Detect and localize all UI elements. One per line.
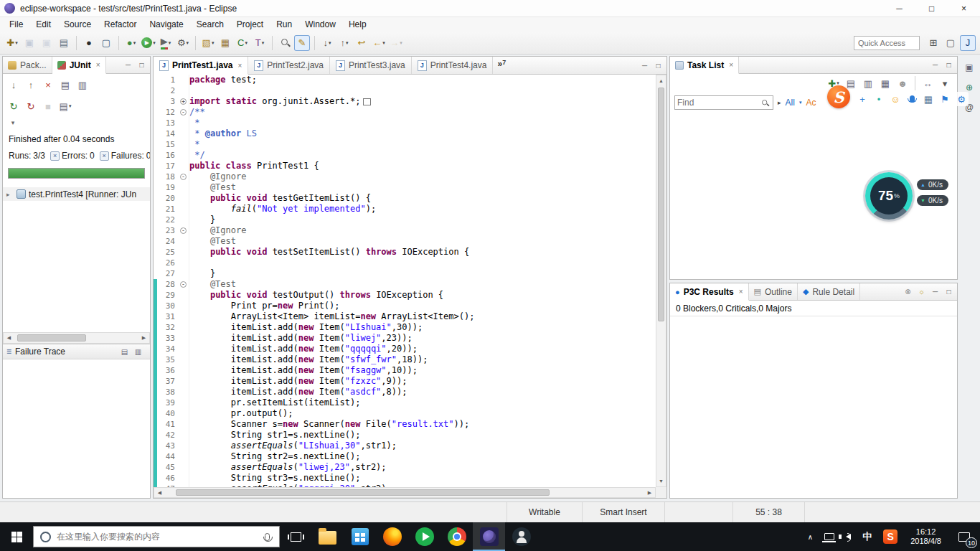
code-text[interactable]: package test; xyxy=(189,75,656,85)
new-wizard-button[interactable]: ✚▾ xyxy=(4,35,20,51)
menu-run[interactable]: Run xyxy=(270,18,298,31)
minimize-view-button[interactable]: ─ xyxy=(122,59,134,71)
mark-occurrences-button[interactable]: ✎ xyxy=(294,35,310,51)
run-button[interactable]: ▶▾ xyxy=(141,35,156,51)
maximize-window-button[interactable]: □ xyxy=(915,0,948,17)
minimize-window-button[interactable]: ─ xyxy=(883,0,915,17)
maximize-view-button[interactable]: □ xyxy=(943,59,955,71)
code-text[interactable]: /** xyxy=(189,107,656,118)
scroll-left-arrow[interactable]: ◀ xyxy=(4,333,14,343)
editor-tab-printtest1-java[interactable]: JPrintTest1.java× xyxy=(154,57,248,75)
test-run-history-button[interactable]: ▤▾ xyxy=(57,98,73,114)
microsoft-store-taskbar-button[interactable] xyxy=(344,522,376,551)
code-text[interactable]: assertEquals("LIshuai,30",str1); xyxy=(189,441,656,451)
code-area[interactable]: 1package test;23+import static org.junit… xyxy=(154,75,656,487)
speed-gauge-widget[interactable]: 75 % ▲ 0K/s ▼ 0K/s xyxy=(865,172,980,222)
menu-help[interactable]: Help xyxy=(342,18,373,31)
scroll-up-arrow[interactable]: ▲ xyxy=(656,75,666,86)
compare-results-button[interactable]: ▥ xyxy=(132,346,144,358)
fold-toggle-icon[interactable]: - xyxy=(180,109,187,116)
back-button[interactable]: ←▾ xyxy=(371,35,387,51)
fold-toggle-icon[interactable]: - xyxy=(180,281,187,288)
code-text[interactable]: itemList.add(new Item("sfwf_fwr",18)); xyxy=(189,354,656,365)
new-junit-test-button[interactable]: T▾ xyxy=(252,35,268,51)
code-text[interactable]: * xyxy=(189,118,656,128)
code-text[interactable] xyxy=(189,258,656,268)
link-with-editor-button[interactable]: ↔ xyxy=(920,75,936,91)
code-text[interactable]: itemList.add(new Item("fsaggw",10)); xyxy=(189,365,656,376)
action-center-button[interactable]: 10 xyxy=(948,522,980,551)
debug-button[interactable]: ●▾ xyxy=(123,35,139,51)
all-filter-chevron-icon[interactable]: ▾ xyxy=(799,100,802,105)
rerun-tests-button[interactable]: ↻ xyxy=(6,98,22,114)
code-text[interactable]: pr.setItemList(itemList); xyxy=(189,397,656,408)
previous-annotation-button[interactable]: ↑▾ xyxy=(336,35,352,51)
new-class-button[interactable]: C▾ xyxy=(235,35,250,51)
code-text[interactable]: ArrayList<Item> itemList=new ArrayList<I… xyxy=(189,311,656,322)
activate-task-link[interactable]: Ac xyxy=(806,98,816,108)
menu-refactor[interactable]: Refactor xyxy=(98,18,143,31)
fold-toggle-icon[interactable]: - xyxy=(180,174,187,180)
junit-horizontal-scrollbar[interactable]: ◀ ▶ xyxy=(3,332,150,344)
task-view-button[interactable] xyxy=(280,522,311,551)
show-failures-only-button[interactable]: ▤ xyxy=(57,77,73,93)
open-console-button[interactable]: ▢ xyxy=(98,35,114,51)
fold-toggle-icon[interactable]: - xyxy=(180,227,187,234)
start-button[interactable] xyxy=(0,522,33,551)
code-text[interactable]: @Ignore xyxy=(189,171,656,182)
taskbar-search[interactable] xyxy=(33,526,280,547)
quick-access-input[interactable] xyxy=(854,36,920,50)
scroll-right-arrow[interactable]: ▶ xyxy=(138,333,149,343)
new-package-button[interactable]: ▦ xyxy=(217,35,233,51)
tab-junit[interactable]: JUnit× xyxy=(52,57,106,74)
menu-window[interactable]: Window xyxy=(298,18,342,31)
minimize-view-button[interactable]: ─ xyxy=(929,286,941,298)
java-perspective-button[interactable]: J xyxy=(960,35,976,51)
find-expander-icon[interactable]: ▸ xyxy=(778,99,781,106)
code-text[interactable] xyxy=(189,85,656,96)
tab-rule-detail[interactable]: ◆Rule Detail xyxy=(798,283,860,300)
code-text[interactable]: * xyxy=(189,139,656,150)
scroll-track[interactable] xyxy=(165,488,644,497)
scroll-thumb[interactable] xyxy=(17,334,86,342)
tab-p3c-results[interactable]: ●P3C Results× xyxy=(670,283,749,301)
find-input[interactable] xyxy=(677,98,760,108)
menu-navigate[interactable]: Navigate xyxy=(143,18,189,31)
firefox-taskbar-button[interactable] xyxy=(376,522,408,551)
stop-test-run-button[interactable]: ■ xyxy=(40,98,56,114)
maximize-view-button[interactable]: □ xyxy=(136,59,148,71)
code-text[interactable]: itemList.add(new Item("qqqqqi",20)); xyxy=(189,344,656,354)
close-tab-icon[interactable]: × xyxy=(739,288,743,296)
forward-button[interactable]: →▾ xyxy=(388,35,404,51)
code-text[interactable]: @Test xyxy=(189,182,656,193)
scroll-right-arrow[interactable]: ▶ xyxy=(644,488,655,497)
java-ee-perspective-button[interactable]: ▢ xyxy=(943,35,958,51)
tab-outline[interactable]: ▤Outline xyxy=(749,283,798,300)
stack-trace-console-button[interactable]: ▤ xyxy=(118,346,131,358)
editor-vertical-scrollbar[interactable]: ▲ ▼ xyxy=(656,75,666,487)
display-tray-button[interactable] xyxy=(819,522,840,551)
close-tab-icon[interactable]: × xyxy=(729,61,733,69)
close-window-button[interactable]: × xyxy=(948,0,980,17)
vscroll-track[interactable]: ▲ ▼ xyxy=(656,75,666,487)
code-text[interactable]: Scanner s=new Scanner(new File("result.t… xyxy=(189,419,656,430)
tasklist-view-menu-chevron[interactable]: ▾ xyxy=(937,75,953,91)
hscroll-track[interactable]: ◀ ▶ xyxy=(154,487,656,498)
scroll-thumb[interactable] xyxy=(658,88,664,321)
filter-tasks-button[interactable]: ▦ xyxy=(877,75,893,91)
close-tab-icon[interactable]: × xyxy=(237,62,242,70)
tab-pack[interactable]: Pack... xyxy=(3,57,52,73)
open-perspective-button[interactable]: ⊞ xyxy=(925,35,941,51)
code-text[interactable]: import static org.junit.Assert.*; xyxy=(189,96,656,107)
menu-source[interactable]: Source xyxy=(57,18,98,31)
code-text[interactable]: * @author LS xyxy=(189,128,656,139)
junit-toolbar-overflow-chevron[interactable]: ▾ xyxy=(7,118,19,128)
sogou-wrench-icon[interactable]: ⚙ xyxy=(954,92,969,106)
editor-tab-printtest2-java[interactable]: JPrintTest2.java xyxy=(248,57,330,74)
sogou-voice-dot-icon[interactable]: • xyxy=(872,92,886,106)
sogou-handwriting-icon[interactable]: + xyxy=(855,92,870,106)
junit-hscroll-track[interactable]: ◀ ▶ xyxy=(3,332,150,344)
scroll-down-arrow[interactable]: ▼ xyxy=(656,476,666,486)
code-text[interactable]: pr.output(); xyxy=(189,408,656,419)
menu-project[interactable]: Project xyxy=(230,18,270,31)
